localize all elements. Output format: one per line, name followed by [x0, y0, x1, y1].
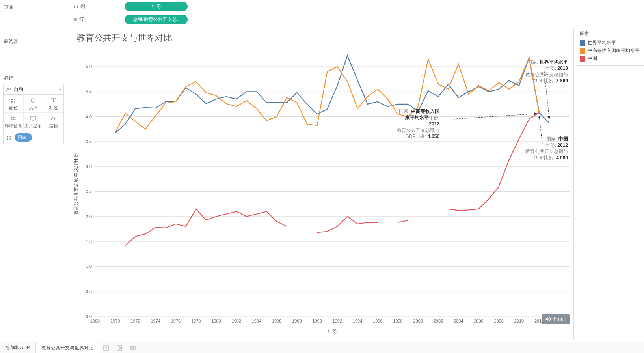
- svg-text:1986: 1986: [272, 319, 281, 323]
- shelves: iii列 年份 ≡行 总和(教育公共开支总..: [71, 0, 644, 25]
- svg-text:GDP比例: 3.869: GDP比例: 3.869: [534, 78, 568, 84]
- marks-panel-title: 标记: [3, 71, 64, 84]
- color-legend-icon: [7, 136, 11, 140]
- svg-text:教育公共开支总额与GDP比例: 教育公共开支总额与GDP比例: [73, 153, 79, 215]
- svg-text:1970: 1970: [110, 319, 120, 323]
- svg-text:2000: 2000: [413, 319, 423, 323]
- svg-text:1998: 1998: [393, 319, 402, 323]
- svg-text:3.5: 3.5: [86, 139, 92, 144]
- legend-item[interactable]: 中国: [580, 55, 642, 62]
- svg-text:GDP比例: 4.056: GDP比例: 4.056: [405, 134, 439, 139]
- svg-point-3: [14, 117, 15, 118]
- svg-point-6: [14, 119, 15, 120]
- new-worksheet-icon[interactable]: [99, 342, 113, 353]
- color-legend: 国家 世界平均水平中高等收入国家平均水平中国: [577, 28, 644, 66]
- svg-text:2004: 2004: [454, 319, 463, 323]
- svg-text:年份: 2012: 年份: 2012: [545, 142, 568, 148]
- svg-text:年份: 年份: [328, 329, 337, 334]
- svg-text:2.5: 2.5: [86, 189, 92, 194]
- svg-rect-73: [120, 346, 122, 347]
- svg-text:GDP比例: 4.080: GDP比例: 4.080: [534, 155, 568, 161]
- chart-viewport[interactable]: 教育公共开支与世界对比 0.00.51.01.52.02.53.03.54.04…: [71, 28, 574, 340]
- svg-text:1980: 1980: [211, 319, 221, 323]
- svg-text:4.5: 4.5: [86, 89, 92, 94]
- svg-text:国家: 世界平均水平: 国家: 世界平均水平: [527, 59, 568, 65]
- new-story-icon[interactable]: [126, 342, 140, 353]
- legend-item[interactable]: 中高等收入国家平均水平: [580, 47, 642, 54]
- legend-item[interactable]: 世界平均水平: [580, 39, 642, 46]
- svg-rect-72: [117, 346, 119, 350]
- svg-text:年份: 2013: 年份: 2013: [545, 65, 568, 71]
- svg-text:家平均水平年份:: 家平均水平年份:: [405, 115, 439, 120]
- svg-point-5: [13, 119, 14, 120]
- svg-text:1.5: 1.5: [86, 239, 92, 244]
- svg-point-4: [11, 119, 12, 120]
- tab-sheet-2[interactable]: 教育公共开支与世界对比: [36, 342, 99, 353]
- line-chart[interactable]: 0.00.51.01.52.02.53.03.54.04.55.01968197…: [71, 28, 573, 340]
- svg-text:1968: 1968: [90, 319, 100, 323]
- rows-icon: ≡: [74, 17, 77, 22]
- chevron-down-icon: ▾: [59, 87, 61, 92]
- svg-text:教育公共开支总额与: 教育公共开支总额与: [525, 72, 568, 77]
- svg-text:5.0: 5.0: [86, 64, 92, 69]
- svg-text:教育公共开支总额与: 教育公共开支总额与: [525, 149, 568, 154]
- svg-text:2002: 2002: [434, 319, 443, 323]
- columns-shelf[interactable]: iii列 年份: [71, 0, 644, 13]
- line-icon: [6, 87, 11, 92]
- rows-pill-measure[interactable]: 总和(教育公共开支总..: [125, 15, 188, 24]
- svg-text:国家: 中高等收入国: 国家: 中高等收入国: [399, 108, 439, 114]
- marks-cell-大小[interactable]: 大小: [24, 95, 44, 113]
- null-indicator[interactable]: 40 个 null: [542, 314, 570, 324]
- new-dashboard-icon[interactable]: [113, 342, 126, 353]
- svg-text:1.0: 1.0: [86, 264, 92, 269]
- svg-text:1994: 1994: [353, 319, 362, 323]
- svg-text:国家: 中国: 国家: 中国: [546, 136, 568, 142]
- svg-text:1992: 1992: [333, 319, 342, 323]
- marks-cell-标签[interactable]: T标签: [43, 95, 63, 113]
- svg-rect-7: [30, 116, 36, 120]
- svg-text:1978: 1978: [191, 319, 201, 323]
- pages-panel-title: 页面: [3, 0, 64, 13]
- svg-text:4.0: 4.0: [86, 114, 92, 119]
- svg-text:0.0: 0.0: [86, 314, 92, 319]
- columns-pill-year[interactable]: 年份: [125, 2, 188, 11]
- marks-cell-工具提示[interactable]: 工具提示: [24, 113, 44, 131]
- filters-panel-title: 筛选器: [3, 34, 64, 47]
- sheet-tabbar: 总额和GDP 教育公共开支与世界对比: [0, 342, 644, 353]
- svg-text:1972: 1972: [130, 319, 140, 323]
- svg-text:1996: 1996: [373, 319, 382, 323]
- svg-point-1: [11, 117, 12, 118]
- svg-rect-75: [130, 346, 135, 349]
- svg-text:1982: 1982: [231, 319, 241, 323]
- color-pill-country[interactable]: 国家: [15, 133, 32, 142]
- svg-point-2: [13, 117, 14, 118]
- marks-card: 自动 ▾ 颜色大小T标签详细信息工具提示路径 国家: [3, 84, 64, 144]
- marks-type-dropdown[interactable]: 自动 ▾: [4, 84, 63, 95]
- svg-text:1976: 1976: [171, 319, 181, 323]
- svg-text:1974: 1974: [151, 319, 160, 323]
- svg-text:3.0: 3.0: [86, 164, 92, 169]
- svg-text:2010: 2010: [514, 319, 524, 323]
- columns-icon: iii: [74, 4, 78, 9]
- marks-cell-颜色[interactable]: 颜色: [4, 95, 24, 113]
- svg-text:0.5: 0.5: [86, 289, 92, 294]
- legend-title: 国家: [580, 30, 642, 37]
- svg-rect-74: [120, 348, 122, 350]
- svg-text:教育公共开支总额与: 教育公共开支总额与: [397, 127, 439, 133]
- svg-text:1988: 1988: [292, 319, 302, 323]
- marks-cell-路径[interactable]: 路径: [43, 113, 63, 131]
- marks-cell-详细信息[interactable]: 详细信息: [4, 113, 24, 131]
- svg-point-0: [31, 99, 35, 103]
- svg-text:1990: 1990: [312, 319, 322, 323]
- tab-sheet-1[interactable]: 总额和GDP: [0, 342, 36, 353]
- svg-text:2012: 2012: [429, 121, 439, 127]
- svg-text:2006: 2006: [474, 319, 483, 323]
- svg-text:2008: 2008: [494, 319, 503, 323]
- svg-text:2.0: 2.0: [86, 214, 92, 219]
- svg-text:1984: 1984: [252, 319, 261, 323]
- rows-shelf[interactable]: ≡行 总和(教育公共开支总..: [71, 13, 644, 26]
